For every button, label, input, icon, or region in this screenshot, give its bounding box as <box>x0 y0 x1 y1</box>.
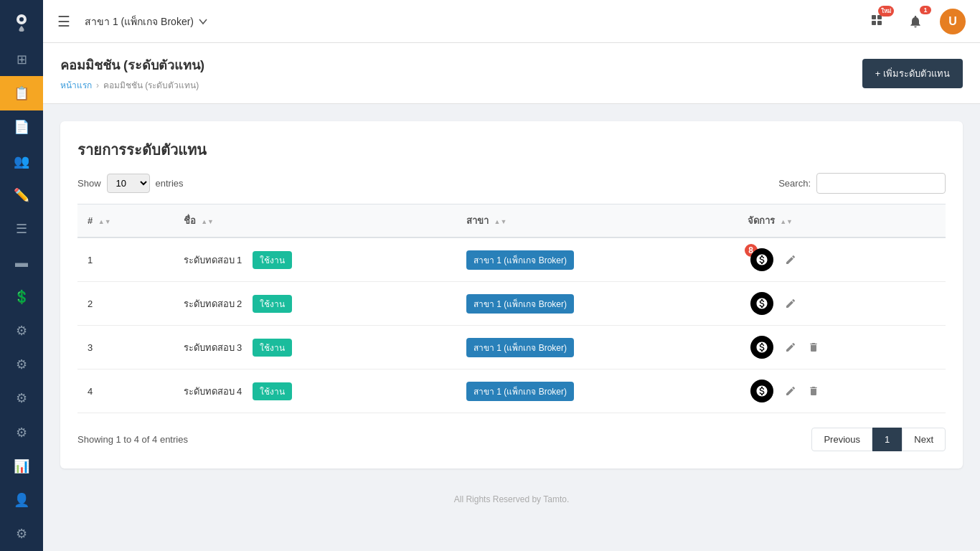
showing-text: Showing 1 to 4 of 4 entries <box>77 434 188 445</box>
entries-select[interactable]: 10 25 50 100 <box>107 174 150 193</box>
users-icon: 👥 <box>14 154 29 169</box>
table-row: 2ระดับทดสอบ 2 ใช้งานสาขา 1 (แพ็กเกจ Brok… <box>77 282 946 326</box>
commission-button[interactable] <box>748 291 776 316</box>
add-user-icon: 👤 <box>14 492 29 508</box>
avatar-letter: U <box>948 15 957 28</box>
sidebar-item-gear1[interactable]: ⚙ <box>0 314 43 347</box>
cell-name: ระดับทดสอบ 2 ใช้งาน <box>174 282 456 326</box>
cell-branch: สาขา 1 (แพ็กเกจ Broker) <box>456 282 738 326</box>
edit-button[interactable] <box>782 253 799 267</box>
commission-circle <box>750 292 773 315</box>
topbar-icons: ใหม่ 1 U <box>865 9 966 34</box>
sidebar-item-gear2[interactable]: ⚙ <box>0 347 43 381</box>
card-title: รายการระดับตัวแทน <box>77 138 946 161</box>
branch-selector[interactable]: สาขา 1 (แพ็กเกจ Broker) <box>85 14 208 29</box>
sidebar-item-document[interactable]: 📄 <box>0 110 43 144</box>
commission-button[interactable]: 8 <box>748 247 776 273</box>
add-level-button[interactable]: + เพิ่มระดับตัวแทน <box>862 59 963 88</box>
svg-rect-5 <box>877 21 882 25</box>
search-box: Search: <box>778 173 946 194</box>
previous-button[interactable]: Previous <box>811 428 872 451</box>
row-name: ระดับทดสอบ 4 <box>184 386 242 397</box>
footer: All Rights Reserved by Tamto. <box>43 486 980 513</box>
row-name: ระดับทดสอบ 3 <box>184 342 242 353</box>
page-1-button[interactable]: 1 <box>872 428 902 451</box>
sidebar-item-calendar[interactable]: 📋 <box>0 76 43 110</box>
edit-icon: ✏️ <box>14 187 29 203</box>
branch-badge: สาขา 1 (แพ็กเกจ Broker) <box>466 338 574 357</box>
sort-number-icon[interactable]: ▲▼ <box>98 219 111 225</box>
commission-button[interactable] <box>748 378 776 404</box>
sidebar-item-gear3[interactable]: ⚙ <box>0 382 43 415</box>
table-row: 1ระดับทดสอบ 1 ใช้งานสาขา 1 (แพ็กเกจ Brok… <box>77 237 946 282</box>
gear-adv-icon: ⚙ <box>16 526 27 542</box>
sidebar-item-dashboard[interactable]: ⊞ <box>0 42 43 76</box>
search-input[interactable] <box>816 173 946 194</box>
sort-manage-icon[interactable]: ▲▼ <box>780 219 793 225</box>
page-title: คอมมิชชัน (ระดับตัวแทน) <box>60 55 204 75</box>
table-body: 1ระดับทดสอบ 1 ใช้งานสาขา 1 (แพ็กเกจ Brok… <box>77 237 946 413</box>
sidebar-item-edit[interactable]: ✏️ <box>0 178 43 212</box>
avatar[interactable]: U <box>940 9 966 34</box>
commission-circle <box>750 248 773 271</box>
cell-branch: สาขา 1 (แพ็กเกจ Broker) <box>456 369 738 413</box>
row-name: ระดับทดสอบ 1 <box>184 255 242 265</box>
commission-button[interactable] <box>748 334 776 360</box>
cell-action <box>738 282 946 326</box>
cell-name: ระดับทดสอบ 1 ใช้งาน <box>174 237 456 282</box>
action-icons: 8 <box>748 247 936 273</box>
page-header-left: คอมมิชชัน (ระดับตัวแทน) หน้าแรก › คอมมิช… <box>60 55 204 92</box>
cell-number: 1 <box>77 237 174 282</box>
branch-badge: สาขา 1 (แพ็กเกจ Broker) <box>466 382 574 401</box>
sidebar-item-list2[interactable]: ▬ <box>0 246 43 280</box>
status-badge: ใช้งาน <box>253 295 292 313</box>
sidebar-item-chart[interactable]: 📊 <box>0 449 43 483</box>
svg-rect-2 <box>872 15 876 19</box>
chevron-down-icon <box>198 17 208 27</box>
sidebar-item-commission[interactable]: 💲 <box>0 280 43 314</box>
sidebar-item-add-user[interactable]: 👤 <box>0 484 43 517</box>
action-icons <box>748 334 936 360</box>
delete-button[interactable] <box>805 340 822 354</box>
commission-icon: 💲 <box>14 289 29 305</box>
list2-icon: ▬ <box>15 255 28 270</box>
sidebar-item-users[interactable]: 👥 <box>0 144 43 178</box>
cell-name: ระดับทดสอบ 3 ใช้งาน <box>174 326 456 369</box>
gear1-icon: ⚙ <box>16 323 27 339</box>
footer-text: All Rights Reserved by Tamto. <box>454 494 570 504</box>
hamburger-icon[interactable]: ☰ <box>57 13 70 30</box>
cell-number: 3 <box>77 326 174 369</box>
bell-badge: 1 <box>920 6 931 14</box>
delete-button[interactable] <box>805 384 822 398</box>
sidebar-logo[interactable] <box>0 0 43 42</box>
show-entries: Show 10 25 50 100 entries <box>77 174 184 193</box>
col-branch: สาขา ▲▼ <box>456 204 738 238</box>
breadcrumb-home[interactable]: หน้าแรก <box>60 78 92 92</box>
table-header-row: # ▲▼ ชื่อ ▲▼ สาขา ▲▼ <box>77 204 946 238</box>
sidebar-item-list1[interactable]: ☰ <box>0 212 43 245</box>
data-table: # ▲▼ ชื่อ ▲▼ สาขา ▲▼ <box>77 204 946 413</box>
edit-button[interactable] <box>782 384 799 398</box>
cell-branch: สาขา 1 (แพ็กเกจ Broker) <box>456 237 738 282</box>
sort-name-icon[interactable]: ▲▼ <box>201 219 214 225</box>
next-button[interactable]: Next <box>902 428 946 451</box>
notification-button[interactable]: 1 <box>903 9 928 34</box>
edit-button[interactable] <box>782 340 799 354</box>
topbar: ☰ สาขา 1 (แพ็กเกจ Broker) ใหม่ <box>43 0 980 43</box>
apps-button[interactable]: ใหม่ <box>865 9 891 34</box>
calendar-icon: 📋 <box>14 85 29 101</box>
sidebar-item-gear-adv[interactable]: ⚙ <box>0 517 43 551</box>
sort-branch-icon[interactable]: ▲▼ <box>494 219 507 225</box>
breadcrumb: หน้าแรก › คอมมิชชัน (ระดับตัวแทน) <box>60 78 204 92</box>
action-icons <box>748 378 936 404</box>
sidebar-item-gear4[interactable]: ⚙ <box>0 415 43 449</box>
main-card: รายการระดับตัวแทน Show 10 25 50 100 entr… <box>60 121 963 468</box>
page-header: คอมมิชชัน (ระดับตัวแทน) หน้าแรก › คอมมิช… <box>43 43 980 104</box>
pagination: Previous 1 Next <box>811 428 946 451</box>
main-content: ☰ สาขา 1 (แพ็กเกจ Broker) ใหม่ <box>43 0 980 551</box>
table-row: 4ระดับทดสอบ 4 ใช้งานสาขา 1 (แพ็กเกจ Brok… <box>77 369 946 413</box>
edit-button[interactable] <box>782 296 799 311</box>
branch-badge: สาขา 1 (แพ็กเกจ Broker) <box>466 294 574 314</box>
table-row: 3ระดับทดสอบ 3 ใช้งานสาขา 1 (แพ็กเกจ Brok… <box>77 326 946 369</box>
cell-branch: สาขา 1 (แพ็กเกจ Broker) <box>456 326 738 369</box>
